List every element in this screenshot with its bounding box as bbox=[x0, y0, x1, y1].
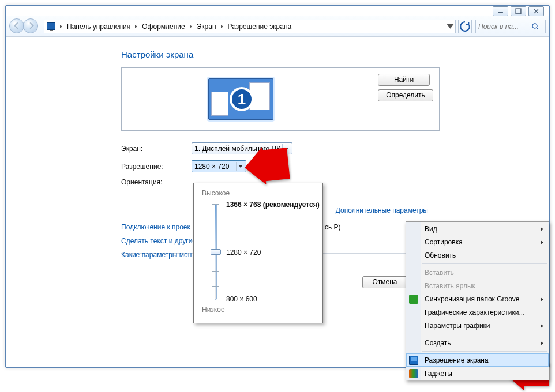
monitor-icon bbox=[409, 356, 418, 365]
ctx-gadgets[interactable]: Гаджеты bbox=[406, 367, 549, 380]
detect-button[interactable]: Определить bbox=[378, 89, 433, 101]
resolution-label: Разрешение: bbox=[121, 163, 192, 171]
submenu-arrow-icon bbox=[540, 322, 544, 330]
slider-low-label: Низкое bbox=[202, 306, 314, 314]
ctx-graphics-params[interactable]: Параметры графики bbox=[406, 319, 549, 332]
find-button[interactable]: Найти bbox=[378, 74, 430, 86]
ctx-screen-resolution[interactable]: Разрешение экрана bbox=[406, 353, 549, 367]
ctx-graphics-props[interactable]: Графические характеристики... bbox=[406, 306, 549, 319]
address-dropdown-button[interactable] bbox=[445, 20, 455, 33]
breadcrumb: Панель управления Оформление Экран Разре… bbox=[57, 20, 293, 33]
orientation-label: Ориентация: bbox=[121, 178, 192, 186]
control-panel-icon bbox=[44, 20, 57, 33]
breadcrumb-segment[interactable]: Оформление bbox=[140, 20, 186, 33]
search-input[interactable] bbox=[478, 22, 531, 31]
minimize-button[interactable] bbox=[493, 6, 508, 16]
submenu-arrow-icon bbox=[540, 238, 544, 246]
submenu-arrow-icon bbox=[540, 225, 544, 233]
ctx-paste: Вставить bbox=[406, 266, 549, 279]
text-size-link[interactable]: Сделать текст и другие bbox=[121, 237, 196, 245]
breadcrumb-segment[interactable]: Экран bbox=[195, 20, 218, 33]
resolution-option[interactable]: 1280 × 720 bbox=[226, 248, 261, 257]
maximize-button[interactable] bbox=[511, 6, 526, 16]
resolution-slider-thumb[interactable] bbox=[211, 249, 221, 255]
which-settings-link[interactable]: Какие параметры мон bbox=[121, 251, 192, 259]
ctx-groove-sync[interactable]: Синхронизация папок Groove bbox=[406, 292, 549, 306]
ctx-view[interactable]: Вид bbox=[406, 222, 549, 235]
ctx-create[interactable]: Создать bbox=[406, 336, 549, 349]
nav-forward-button[interactable] bbox=[23, 18, 38, 33]
monitor-thumbnail[interactable]: 1 bbox=[208, 78, 273, 120]
search-icon bbox=[531, 22, 539, 31]
svg-point-1 bbox=[532, 24, 537, 28]
monitor-number-badge: 1 bbox=[230, 87, 254, 111]
breadcrumb-segment[interactable]: Панель управления bbox=[65, 20, 132, 33]
groove-icon bbox=[409, 295, 418, 304]
resolution-dropdown[interactable]: 1280 × 720 bbox=[192, 160, 246, 172]
svg-rect-0 bbox=[516, 9, 521, 14]
ctx-paste-shortcut: Вставить ярлык bbox=[406, 279, 549, 292]
advanced-settings-link[interactable]: Дополнительные параметры bbox=[336, 206, 428, 214]
page-title: Настройки экрана bbox=[121, 50, 549, 59]
desktop-context-menu: Вид Сортировка Обновить Вставить Вставит… bbox=[406, 221, 549, 380]
slider-high-label: Высокое bbox=[202, 189, 314, 197]
close-button[interactable] bbox=[528, 6, 544, 16]
ctx-sort[interactable]: Сортировка bbox=[406, 235, 549, 248]
address-bar[interactable]: Панель управления Оформление Экран Разре… bbox=[44, 20, 456, 33]
search-box[interactable] bbox=[475, 20, 546, 33]
projector-hint-suffix: сь P) bbox=[325, 223, 341, 231]
resolution-dropdown-value: 1280 × 720 bbox=[194, 163, 229, 171]
screen-label: Экран: bbox=[121, 145, 192, 153]
resolution-option-recommended[interactable]: 1366 × 768 (рекомендуется) bbox=[226, 201, 320, 209]
gadgets-icon bbox=[409, 369, 418, 378]
resolution-option[interactable]: 800 × 600 bbox=[226, 295, 257, 303]
submenu-arrow-icon bbox=[540, 339, 544, 347]
monitor-preview-panel: 1 Найти Определить bbox=[121, 67, 440, 131]
refresh-button[interactable] bbox=[458, 20, 472, 33]
nav-back-button[interactable] bbox=[9, 18, 24, 33]
projector-link[interactable]: Подключение к проек bbox=[121, 223, 190, 231]
callout-arrow-icon bbox=[243, 146, 290, 184]
cancel-button[interactable]: Отмена bbox=[362, 276, 407, 288]
breadcrumb-segment[interactable]: Разрешение экрана bbox=[226, 20, 294, 33]
resolution-slider-popup: Высокое 1366 × 768 (рекомендуется) 1280 … bbox=[193, 183, 323, 323]
ctx-refresh[interactable]: Обновить bbox=[406, 248, 549, 262]
submenu-arrow-icon bbox=[540, 295, 544, 303]
